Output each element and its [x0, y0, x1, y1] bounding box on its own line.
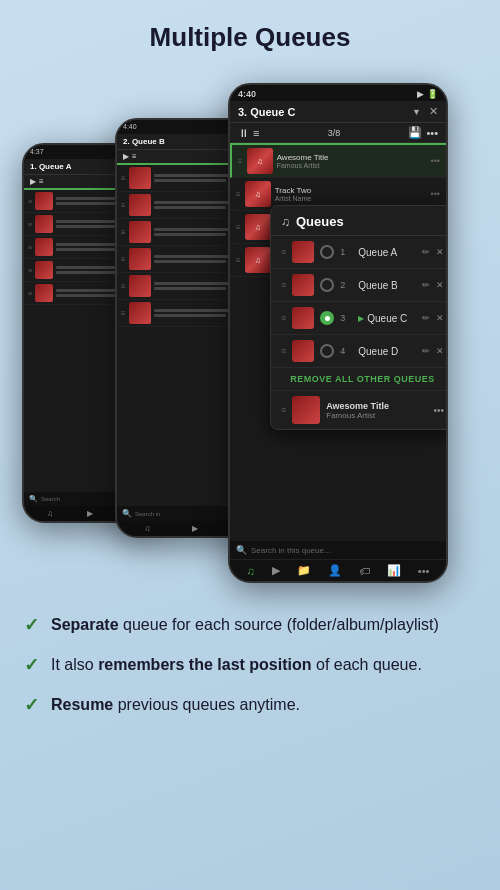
feature-check-1: ✓ — [24, 614, 39, 636]
phone-1-drag-2: ≡ — [28, 221, 32, 228]
nav-equalizer-icon[interactable]: 📊 — [387, 564, 401, 577]
phone-3-battery-icon: 🔋 — [427, 89, 438, 99]
sort-icon[interactable]: ≡ — [253, 127, 259, 139]
queue-row-num-c: 3 — [340, 313, 352, 323]
queue-row-edit-d[interactable]: ✏ — [422, 346, 430, 356]
phone-1-drag-5: ≡ — [28, 290, 32, 297]
queue-row-radio-c — [320, 311, 334, 325]
nav-tag-icon[interactable]: 🏷 — [359, 565, 370, 577]
phone-2-thumb-6 — [129, 302, 151, 324]
more-icon[interactable]: ••• — [426, 127, 438, 139]
phone-1-thumb-4 — [35, 261, 53, 279]
nav-person-icon[interactable]: 👤 — [328, 564, 342, 577]
queue-row-del-c[interactable]: ✕ — [436, 313, 444, 323]
queue-row-name-a: Queue A — [358, 247, 416, 258]
popup-np-artist: Famous Artist — [326, 411, 427, 420]
phone-2-thumb-2 — [129, 194, 151, 216]
nav-dots-icon[interactable]: ••• — [418, 565, 430, 577]
feature-bold-1: Separate — [51, 616, 119, 633]
queue-row-del-b[interactable]: ✕ — [436, 280, 444, 290]
phone-3-time: 4:40 — [238, 89, 256, 99]
phone-2-drag-5: ≡ — [121, 282, 126, 291]
chevron-down-icon[interactable]: ▼ — [412, 107, 421, 117]
queue-row-name-c: ▶ Queue C — [358, 313, 416, 324]
phone-2-thumb-1 — [129, 167, 151, 189]
phone-2-line-artist-5 — [154, 287, 226, 290]
track-artist-1: Famous Artist — [277, 162, 427, 169]
queue-row-edit-b[interactable]: ✏ — [422, 280, 430, 290]
phone-3-search-bar[interactable]: 🔍 Search in this queue... — [230, 541, 446, 559]
pause-icon[interactable]: ⏸ — [238, 127, 249, 139]
phone-1-time: 4:37 — [30, 148, 44, 156]
phone-3-queue-name: 3. Queue C — [238, 106, 409, 118]
track-title-2: Track Two — [275, 186, 427, 195]
drag-handle-1: ≡ — [238, 157, 243, 166]
queues-popup-title: Queues — [296, 214, 344, 229]
nav-queue-icon[interactable]: ♫ — [247, 565, 255, 577]
phone-2-nav-queue: ♫ — [144, 524, 150, 533]
search-placeholder-text: Search in this queue... — [251, 546, 331, 555]
close-icon[interactable]: ✕ — [429, 105, 438, 118]
queue-row-edit-a[interactable]: ✏ — [422, 247, 430, 257]
phone-2-search-icon: 🔍 — [122, 509, 132, 518]
track-count: 3/8 — [328, 128, 341, 138]
phone-1-drag-3: ≡ — [28, 244, 32, 251]
popup-np-info: Awesome Title Famous Artist — [326, 401, 427, 420]
queue-row-a[interactable]: ≡ 1 Queue A ✏ ✕ — [271, 236, 448, 269]
queue-row-d[interactable]: ≡ 4 Queue D ✏ ✕ — [271, 335, 448, 368]
phone-2-list-icon: ≡ — [132, 152, 137, 161]
queue-row-del-a[interactable]: ✕ — [436, 247, 444, 257]
phone-1-thumb-3 — [35, 238, 53, 256]
queue-row-radio-b — [320, 278, 334, 292]
queue-row-radio-a — [320, 245, 334, 259]
track-artist-2: Artist Name — [275, 195, 427, 202]
feature-bold-3: Resume — [51, 696, 113, 713]
phone-2-nav-play: ▶ — [192, 524, 198, 533]
phone-2-line-artist-3 — [154, 233, 226, 236]
track-title-1: Awesome Title — [277, 153, 427, 162]
phone-2-time: 4:40 — [123, 123, 137, 131]
phone-2-line-artist-4 — [154, 260, 226, 263]
phone-1-drag-1: ≡ — [28, 198, 32, 205]
phones-area: 4:37 ▶ ⊟ 1. Queue A ▶ ≡ ≡ ≡ — [0, 63, 500, 593]
page-title: Multiple Queues — [0, 0, 500, 63]
track-more-1[interactable]: ••• — [431, 156, 440, 166]
phone-2-thumb-5 — [129, 275, 151, 297]
queue-row-del-d[interactable]: ✕ — [436, 346, 444, 356]
queue-row-num-b: 2 — [340, 280, 352, 290]
save-icon[interactable]: 💾 — [408, 126, 422, 139]
phone-1-search-icon: 🔍 — [29, 495, 38, 503]
queue-row-thumb-c — [292, 307, 314, 329]
features-section: ✓ Separate queue for each source (folder… — [0, 593, 500, 757]
phone-1-thumb-1 — [35, 192, 53, 210]
phone-1-search-text: Search — [41, 496, 60, 502]
remove-all-button[interactable]: REMOVE ALL OTHER QUEUES — [271, 368, 448, 391]
phone-3-status-icons: ▶ 🔋 — [417, 89, 438, 99]
phone-2-drag-3: ≡ — [121, 228, 126, 237]
drag-handle-3: ≡ — [236, 223, 241, 232]
feature-bold-2: remembers the last position — [98, 656, 311, 673]
feature-item-1: ✓ Separate queue for each source (folder… — [24, 613, 476, 637]
phone-1-line-artist-5 — [56, 294, 116, 297]
track-info-1: Awesome Title Famous Artist — [277, 153, 427, 169]
track-more-2[interactable]: ••• — [431, 189, 440, 199]
nav-play-icon[interactable]: ▶ — [272, 564, 280, 577]
play-triangle-c: ▶ — [358, 314, 364, 323]
phone-1-list-icon: ≡ — [39, 177, 44, 186]
feature-text-1: Separate queue for each source (folder/a… — [51, 613, 439, 637]
queue-row-edit-c[interactable]: ✏ — [422, 313, 430, 323]
phone-1-drag-4: ≡ — [28, 267, 32, 274]
feature-text-3: Resume previous queues anytime. — [51, 693, 300, 717]
phone-3-queue-header: 3. Queue C ▼ ✕ — [230, 101, 446, 123]
track-thumb-1: ♫ — [247, 148, 273, 174]
queue-row-b[interactable]: ≡ 2 Queue B ✏ ✕ — [271, 269, 448, 302]
queue-row-thumb-b — [292, 274, 314, 296]
queue-row-c[interactable]: ≡ 3 ▶ Queue C ✏ ✕ — [271, 302, 448, 335]
nav-folder-icon[interactable]: 📁 — [297, 564, 311, 577]
popup-now-playing: ≡ Awesome Title Famous Artist ••• — [271, 391, 448, 429]
phone-1-line-artist-2 — [56, 225, 116, 228]
track-info-2: Track Two Artist Name — [275, 186, 427, 202]
popup-np-more[interactable]: ••• — [433, 405, 444, 416]
phone-2-play-icon: ▶ — [123, 152, 129, 161]
track-thumb-2: ♫ — [245, 181, 271, 207]
